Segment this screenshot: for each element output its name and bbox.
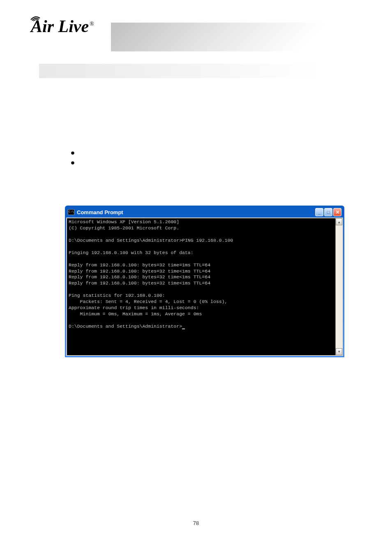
page-number: 78 — [0, 520, 392, 526]
close-button[interactable]: ✕ — [333, 208, 341, 216]
maximize-button[interactable]: □ — [324, 208, 332, 216]
terminal-line: Ping statistics for 192.168.0.100: — [69, 293, 165, 298]
list-item — [78, 150, 353, 156]
scroll-up-button[interactable]: ▴ — [336, 218, 342, 225]
page-content — [39, 90, 353, 178]
terminal-line: Minimum = 0ms, Maximum = 1ms, Average = … — [69, 311, 202, 317]
terminal-output[interactable]: Microsoft Windows XP [Version 5.1.2600] … — [67, 218, 335, 355]
header-banner-gradient — [111, 23, 392, 51]
minimize-button[interactable]: _ — [315, 208, 323, 216]
scroll-down-button[interactable]: ▾ — [336, 348, 342, 355]
terminal-line: D:\Documents and Settings\Administrator>… — [69, 238, 233, 243]
terminal-cursor — [182, 328, 185, 329]
terminal-line: D:\Documents and Settings\Administrator> — [69, 324, 182, 329]
scrollbar[interactable]: ▴ ▾ — [335, 218, 342, 355]
terminal-line: Reply from 192.168.0.100: bytes=32 time<… — [69, 268, 210, 274]
window-titlebar[interactable]: Command Prompt _ □ ✕ — [66, 207, 343, 217]
terminal-line: (C) Copyright 1985-2001 Microsoft Corp. — [69, 225, 179, 231]
terminal-line: Packets: Sent = 4, Received = 4, Lost = … — [69, 299, 227, 304]
terminal-line: Approximate round trip times in milli-se… — [69, 305, 199, 310]
terminal-line: Microsoft Windows XP [Version 5.1.2600] — [69, 219, 179, 224]
terminal-line: Reply from 192.168.0.100: bytes=32 time<… — [69, 280, 210, 286]
list-item — [78, 160, 353, 166]
bullet-list — [78, 150, 353, 166]
window-controls: _ □ ✕ — [315, 208, 341, 216]
window-title: Command Prompt — [77, 209, 315, 215]
scroll-track[interactable] — [336, 225, 342, 348]
terminal-line: Reply from 192.168.0.100: bytes=32 time<… — [69, 274, 210, 280]
logo-text: Air Live® — [31, 17, 94, 36]
terminal-line: Pinging 192.168.0.100 with 32 bytes of d… — [69, 250, 194, 255]
brand-logo: Air Live® — [31, 16, 94, 36]
cmd-body-wrapper: Microsoft Windows XP [Version 5.1.2600] … — [66, 217, 343, 356]
registered-mark: ® — [90, 21, 94, 27]
terminal-line: Reply from 192.168.0.100: bytes=32 time=… — [69, 262, 210, 268]
command-prompt-window: Command Prompt _ □ ✕ Microsoft Windows X… — [65, 206, 344, 357]
cmd-app-icon — [68, 209, 74, 215]
chapter-banner-gradient — [39, 64, 319, 78]
